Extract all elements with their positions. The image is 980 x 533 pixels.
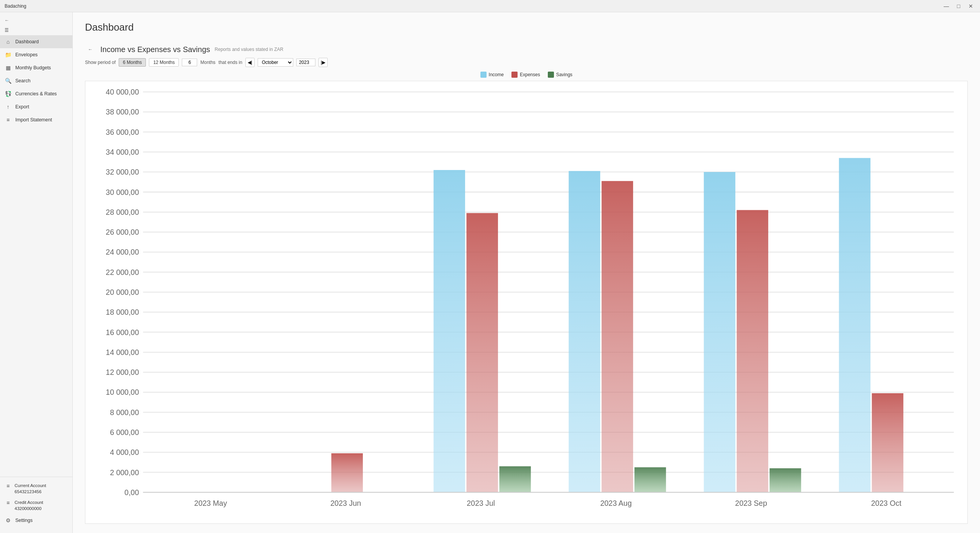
titlebar: Badaching — □ ✕	[0, 0, 980, 12]
svg-rect-43	[434, 170, 465, 492]
sidebar-item-currencies[interactable]: 💱 Currencies & Rates	[0, 87, 72, 100]
dashboard-icon: ⌂	[5, 38, 11, 45]
savings-legend-label: Savings	[556, 72, 573, 77]
current-account-text: Current Account 65432123456	[15, 482, 46, 495]
sidebar-item-export[interactable]: ↑ Export	[0, 100, 72, 113]
minimize-button[interactable]: —	[942, 2, 951, 11]
svg-rect-53	[872, 393, 903, 492]
svg-text:20 000,00: 20 000,00	[106, 288, 139, 296]
maximize-button[interactable]: □	[954, 2, 963, 11]
envelopes-icon: 📁	[5, 51, 11, 58]
svg-text:38 000,00: 38 000,00	[106, 108, 139, 116]
sidebar-account-credit[interactable]: ≡ Credit Account 43200000000	[0, 497, 72, 514]
period-12-months-button[interactable]: 12 Months	[149, 58, 179, 67]
chart-container: 40 000,0038 000,0036 000,0034 000,0032 0…	[85, 81, 968, 524]
svg-text:4 000,00: 4 000,00	[110, 448, 139, 456]
chart-title-row: ← Income vs Expenses vs Savings Reports …	[85, 44, 968, 55]
svg-text:16 000,00: 16 000,00	[106, 328, 139, 337]
svg-rect-46	[569, 171, 600, 492]
sidebar-menu-icon[interactable]: ☰	[0, 25, 72, 35]
svg-text:8 000,00: 8 000,00	[110, 408, 139, 417]
chart-back-button[interactable]: ←	[85, 44, 96, 55]
svg-text:34 000,00: 34 000,00	[106, 148, 139, 156]
months-label: Months	[200, 60, 215, 65]
chart-svg: 40 000,0038 000,0036 000,0034 000,0032 0…	[85, 81, 967, 523]
sidebar-item-monthly-budgets[interactable]: ▦ Monthly Budgets	[0, 61, 72, 74]
settings-icon: ⚙	[5, 517, 11, 524]
sidebar-account-current[interactable]: ≡ Current Account 65432123456	[0, 480, 72, 497]
savings-legend-color	[548, 72, 554, 78]
svg-text:6 000,00: 6 000,00	[110, 428, 139, 437]
legend-expenses: Expenses	[511, 72, 540, 78]
legend-savings: Savings	[548, 72, 573, 78]
svg-text:2023 Oct: 2023 Oct	[871, 499, 902, 507]
svg-rect-48	[634, 467, 666, 492]
svg-rect-47	[601, 181, 633, 492]
sidebar-item-label: Search	[15, 78, 31, 83]
svg-rect-52	[839, 158, 871, 492]
that-ends-in-label: that ends in	[219, 60, 242, 65]
export-icon: ↑	[5, 103, 11, 110]
svg-text:0,00: 0,00	[124, 488, 139, 497]
year-input[interactable]	[296, 59, 315, 66]
next-nav-button[interactable]: |▶	[318, 58, 328, 67]
svg-text:26 000,00: 26 000,00	[106, 228, 139, 236]
month-select[interactable]: October JanuaryFebruaryMarch AprilMayJun…	[258, 58, 293, 67]
svg-text:28 000,00: 28 000,00	[106, 208, 139, 216]
svg-rect-49	[704, 172, 735, 492]
close-button[interactable]: ✕	[966, 2, 975, 11]
credit-account-number: 43200000000	[15, 505, 43, 512]
currencies-icon: 💱	[5, 90, 11, 97]
back-icon: ←	[5, 18, 9, 23]
legend-income: Income	[480, 72, 504, 78]
svg-text:22 000,00: 22 000,00	[106, 268, 139, 276]
sidebar-item-import-statement[interactable]: ≡ Import Statement	[0, 113, 72, 126]
sidebar-item-label: Export	[15, 104, 29, 110]
app-body: ← ☰ ⌂ Dashboard 📁 Envelopes ▦ Monthly Bu…	[0, 12, 980, 533]
y-axis-labels: 40 000,0038 000,0036 000,0034 000,0032 0…	[106, 88, 139, 497]
x-axis-labels: 2023 May2023 Jun2023 Jul2023 Aug2023 Sep…	[194, 499, 902, 507]
import-icon: ≡	[5, 116, 11, 123]
svg-text:36 000,00: 36 000,00	[106, 128, 139, 136]
sidebar-item-dashboard[interactable]: ⌂ Dashboard	[0, 35, 72, 48]
svg-rect-42	[331, 453, 363, 492]
sidebar-item-label: Envelopes	[15, 52, 38, 57]
svg-text:30 000,00: 30 000,00	[106, 188, 139, 196]
svg-rect-51	[769, 468, 801, 492]
svg-text:24 000,00: 24 000,00	[106, 248, 139, 256]
show-period-label: Show period of	[85, 60, 116, 65]
main-header: Dashboard	[73, 12, 980, 44]
chart-grid	[143, 92, 954, 492]
chart-section: ← Income vs Expenses vs Savings Reports …	[73, 44, 980, 533]
sidebar-item-label: Import Statement	[15, 117, 52, 123]
search-icon: 🔍	[5, 77, 11, 84]
sidebar-item-label: Currencies & Rates	[15, 91, 57, 96]
account-icon: ≡	[5, 499, 11, 506]
chart-subtitle: Reports and values stated in ZAR	[215, 47, 283, 52]
period-6-months-button[interactable]: 6 Months	[119, 58, 146, 67]
app-title: Badaching	[5, 3, 26, 9]
page-title: Dashboard	[85, 21, 968, 33]
prev-nav-button[interactable]: ◀|	[245, 58, 255, 67]
menu-icon: ☰	[5, 28, 9, 33]
sidebar-item-search[interactable]: 🔍 Search	[0, 74, 72, 87]
current-account-label: Current Account	[15, 482, 46, 489]
sidebar-back-button[interactable]: ←	[0, 15, 72, 25]
svg-rect-45	[499, 466, 531, 492]
custom-months-input[interactable]	[182, 59, 197, 66]
monthly-budgets-icon: ▦	[5, 64, 11, 71]
svg-rect-44	[466, 213, 498, 492]
chart-controls: Show period of 6 Months 12 Months Months…	[85, 58, 968, 67]
sidebar: ← ☰ ⌂ Dashboard 📁 Envelopes ▦ Monthly Bu…	[0, 12, 73, 533]
svg-text:32 000,00: 32 000,00	[106, 168, 139, 176]
svg-text:2023 Jun: 2023 Jun	[330, 499, 361, 507]
sidebar-item-label: Monthly Budgets	[15, 65, 51, 70]
current-account-number: 65432123456	[15, 489, 46, 495]
sidebar-item-settings[interactable]: ⚙ Settings	[0, 514, 72, 527]
svg-text:14 000,00: 14 000,00	[106, 348, 139, 356]
sidebar-accounts: ≡ Current Account 65432123456 ≡ Credit A…	[0, 477, 72, 530]
chart-legend: Income Expenses Savings	[85, 72, 968, 78]
sidebar-item-envelopes[interactable]: 📁 Envelopes	[0, 48, 72, 61]
credit-account-text: Credit Account 43200000000	[15, 499, 43, 512]
svg-text:12 000,00: 12 000,00	[106, 368, 139, 376]
